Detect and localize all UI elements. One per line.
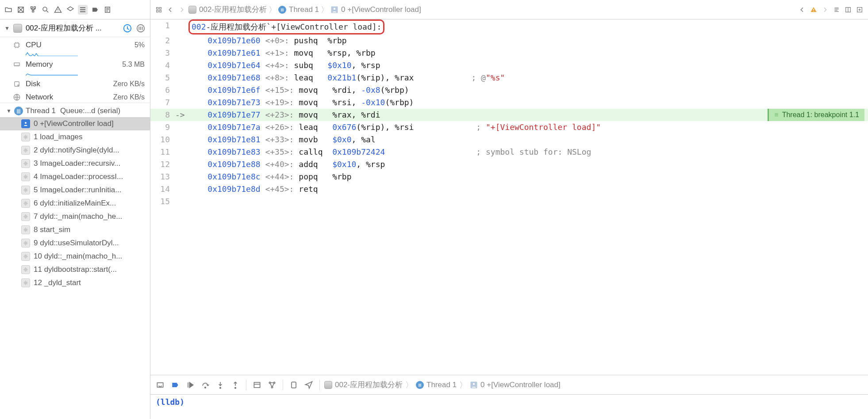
app-icon: [188, 6, 196, 14]
system-frame-icon: [21, 212, 30, 221]
code-line: 5 0x109b71e68 <+8>: leaq 0x21b1(%rip), %…: [150, 72, 868, 84]
report-icon[interactable]: [103, 5, 112, 15]
system-frame-icon: [21, 278, 30, 287]
process-header[interactable]: ▼ 002-应用程加载分析 ...: [0, 19, 150, 37]
svg-point-38: [220, 387, 221, 389]
step-over-icon[interactable]: [199, 379, 211, 391]
back-icon[interactable]: [797, 5, 807, 15]
stack-frame-row[interactable]: 1 load_images: [0, 130, 150, 144]
disclosure-triangle-icon[interactable]: ▼: [6, 108, 12, 114]
add-editor-icon[interactable]: [855, 5, 864, 15]
memory-gauge[interactable]: Memory 5.3 MB: [0, 57, 150, 70]
breakpoint-icon[interactable]: [90, 5, 100, 15]
folder-icon[interactable]: [4, 5, 13, 15]
jumpbar-seg-frame[interactable]: 0 +[ViewController load]: [330, 5, 421, 14]
svg-point-46: [473, 383, 475, 385]
chevron-icon: 〉: [269, 4, 277, 15]
line-number: 1: [150, 19, 175, 32]
warning-icon[interactable]: [53, 5, 63, 15]
code-line: 6 0x109b71e6f <+15>: movq %rdi, -0x8(%rb…: [150, 84, 868, 96]
breakpoints-toggle-icon[interactable]: [169, 379, 181, 391]
svg-point-31: [334, 8, 336, 10]
hide-debug-icon[interactable]: [154, 379, 166, 391]
stack-frame-row[interactable]: 10 dyld::_main(macho_h...: [0, 250, 150, 263]
minimap-icon[interactable]: [832, 5, 841, 15]
frame-label: 6 dyld::initializeMainEx...: [34, 199, 116, 208]
line-number: 13: [150, 171, 175, 183]
memory-graph-icon[interactable]: [266, 379, 278, 391]
svg-point-37: [205, 387, 206, 388]
editor-area: 002-应用程加载分析 〉 ||| Thread 1 〉 0 +[ViewCon…: [150, 0, 868, 419]
adjust-editor-icon[interactable]: [843, 5, 853, 15]
debug-navigator-icon[interactable]: [78, 5, 88, 15]
stack-frame-row[interactable]: 12 _dyld_start: [0, 276, 150, 289]
stack-frame-row[interactable]: 3 ImageLoader::recursiv...: [0, 157, 150, 170]
thread-filter-icon[interactable]: [136, 23, 146, 33]
environment-overrides-icon[interactable]: [288, 379, 300, 391]
disk-value: Zero KB/s: [113, 80, 145, 88]
svg-point-43: [271, 386, 273, 388]
stack-frame-row[interactable]: 11 dyldbootstrap::start(...: [0, 263, 150, 276]
network-gauge[interactable]: Network Zero KB/s: [0, 89, 150, 103]
disk-gauge[interactable]: Disk Zero KB/s: [0, 76, 150, 89]
line-number: 4: [150, 59, 175, 72]
line-number: 9: [150, 121, 175, 133]
back-icon[interactable]: [165, 5, 175, 15]
chevron-icon: 〉: [321, 4, 329, 15]
debugbar-seg-frame[interactable]: 0 +[ViewController load]: [470, 381, 561, 389]
stack-frame-row[interactable]: 8 start_sim: [0, 223, 150, 236]
svg-rect-28: [157, 10, 158, 12]
pc-indicator: ->: [175, 109, 188, 121]
continue-icon[interactable]: [184, 379, 196, 391]
memory-value: 5.3 MB: [122, 61, 145, 69]
pid-filter-icon[interactable]: [123, 23, 132, 33]
stack-frame-row[interactable]: 9 dyld::useSimulatorDyl...: [0, 236, 150, 250]
disclosure-triangle-icon[interactable]: ▼: [4, 25, 10, 31]
location-icon[interactable]: [303, 379, 315, 391]
jumpbar-seg-app[interactable]: 002-应用程加载分析: [188, 4, 267, 15]
svg-point-18: [25, 189, 27, 191]
system-frame-icon: [21, 172, 30, 181]
warning-icon[interactable]: [809, 5, 818, 15]
breakpoint-annotation[interactable]: ≡Thread 1: breakpoint 1.1: [768, 109, 864, 121]
svg-point-16: [25, 163, 27, 164]
stack-frame-row[interactable]: 5 ImageLoader::runInitia...: [0, 183, 150, 197]
step-into-icon[interactable]: [214, 379, 227, 391]
svg-point-21: [25, 229, 27, 231]
svg-rect-36: [157, 383, 163, 387]
line-number: 12: [150, 158, 175, 171]
debugbar-seg-thread[interactable]: ||| Thread 1: [416, 381, 457, 389]
code-line: 4 0x109b71e64 <+4>: subq $0x10, %rsp: [150, 59, 868, 72]
symbol-icon[interactable]: [28, 5, 38, 15]
cpu-gauge[interactable]: CPU 5%: [0, 37, 150, 50]
svg-point-20: [25, 216, 27, 217]
svg-point-24: [25, 269, 27, 270]
stack-frame-row[interactable]: 4 ImageLoader::processI...: [0, 170, 150, 183]
forward-icon[interactable]: [820, 5, 830, 15]
step-out-icon[interactable]: [229, 379, 242, 391]
stack-frame-row[interactable]: 2 dyld::notifySingle(dyld...: [0, 144, 150, 157]
console[interactable]: (lldb): [150, 394, 868, 419]
stack-frame-row[interactable]: 0 +[ViewController load]: [0, 117, 150, 130]
user-frame-icon: [470, 381, 478, 389]
stack-frame-row[interactable]: 6 dyld::initializeMainEx...: [0, 197, 150, 210]
code-line: 12 0x109b71e88 <+40>: addq $0x10, %rsp: [150, 158, 868, 171]
svg-rect-29: [159, 10, 161, 12]
disassembly-editor[interactable]: 1 002-应用程加载分析`+[ViewController load]: 2 …: [150, 19, 868, 375]
svg-point-15: [25, 149, 27, 151]
disk-icon: [12, 80, 21, 88]
related-items-icon[interactable]: [154, 5, 164, 15]
forward-icon[interactable]: [177, 5, 187, 15]
debug-view-icon[interactable]: [251, 379, 263, 391]
svg-point-4: [43, 7, 47, 11]
source-control-icon[interactable]: [16, 5, 26, 15]
debugbar-seg-app[interactable]: 002-应用程加载分析: [324, 380, 403, 390]
disk-label: Disk: [26, 80, 109, 88]
test-icon[interactable]: [65, 5, 75, 15]
thread-row[interactable]: ▼ ||| Thread 1 Queue:...d (serial): [0, 105, 150, 117]
search-icon[interactable]: [41, 5, 50, 15]
jumpbar-seg-thread[interactable]: ||| Thread 1: [278, 5, 319, 14]
svg-point-13: [25, 122, 27, 124]
user-frame-icon: [21, 119, 30, 128]
stack-frame-row[interactable]: 7 dyld::_main(macho_he...: [0, 210, 150, 223]
